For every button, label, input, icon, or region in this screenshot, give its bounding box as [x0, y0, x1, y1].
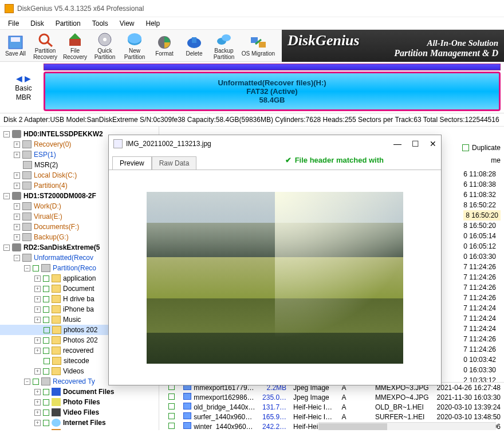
menu-help[interactable]: Help [141, 18, 165, 29]
menu-file[interactable]: File [3, 18, 23, 29]
expand-icon[interactable]: + [34, 275, 41, 282]
expand-icon[interactable]: + [34, 337, 41, 344]
expand-icon[interactable]: + [14, 141, 20, 148]
tree-work[interactable]: Work(D:) [34, 202, 61, 210]
partition-recovery-button[interactable]: Partition Recovery [31, 30, 60, 61]
tree-hd0[interactable]: HD0:INTELSSDPEKKW2 [23, 130, 103, 138]
tree-rt-document[interactable]: Document Files [63, 388, 114, 396]
tree-checkbox[interactable] [43, 420, 49, 426]
delete-button[interactable]: Delete [180, 30, 208, 61]
menu-view[interactable]: View [115, 18, 139, 29]
tree-hd1[interactable]: HD1:ST2000DM008-2F [23, 192, 96, 200]
tree-rt-graphic[interactable]: Graphic Files [63, 429, 107, 430]
tree-msr[interactable]: MSR(2) [34, 161, 58, 169]
mtime-cell[interactable]: 7 11:24:24 [463, 313, 501, 324]
expand-icon[interactable]: − [24, 265, 30, 271]
tree-videos[interactable]: Videos [63, 367, 84, 375]
tree-checkbox[interactable] [33, 265, 39, 271]
expand-icon[interactable]: + [14, 152, 20, 158]
tree-backup[interactable]: Backup(G:) [34, 233, 69, 241]
tree-hdrive[interactable]: H drive ba [63, 295, 94, 303]
tree-document[interactable]: Document [63, 285, 94, 293]
tree-photos-202a[interactable]: photos 202 [64, 326, 97, 334]
tree-p4[interactable]: Partition(4) [34, 182, 68, 190]
expand-icon[interactable]: + [34, 399, 41, 405]
row-checkbox[interactable] [168, 423, 175, 429]
expand-icon[interactable]: + [14, 172, 20, 179]
expand-icon[interactable]: + [14, 214, 20, 220]
tree-rd2[interactable]: RD2:SanDiskExtreme(5 [23, 243, 100, 251]
expand-icon[interactable]: + [34, 368, 41, 375]
tree-rt-photo[interactable]: Photo Files [63, 398, 100, 406]
table-row[interactable]: old_bridge_1440x…131.7…Heif-Heic I…AOLD_… [159, 402, 504, 412]
expand-icon[interactable]: + [34, 389, 41, 395]
expand-icon[interactable]: + [34, 306, 41, 313]
tree-partition-reco[interactable]: Partition(Reco [53, 264, 96, 272]
tree-application[interactable]: application [63, 274, 96, 282]
backup-partition-button[interactable]: Backup Partition [210, 30, 238, 61]
expand-icon[interactable]: + [34, 317, 41, 323]
tree-esp[interactable]: ESP(1) [34, 151, 56, 159]
tree-checkbox[interactable] [43, 399, 49, 405]
tree-virtual[interactable]: Virual(E:) [34, 212, 62, 221]
expand-icon[interactable]: + [14, 234, 20, 241]
mtime-cell[interactable]: 7 11:24:26 [463, 262, 501, 272]
mtime-cell[interactable]: 6 11:08:28 [463, 169, 501, 179]
table-row[interactable]: surfer_1440x960…165.9…Heif-Heic I…ASURFE… [159, 412, 504, 422]
tree-checkbox[interactable] [43, 430, 49, 431]
mtime-cell[interactable]: 7 11:24:24 [463, 324, 501, 334]
tree-recovered-types[interactable]: Recovered Ty [53, 377, 95, 385]
mtime-cell[interactable]: 7 11:24:26 [463, 272, 501, 282]
tab-raw-data[interactable]: Raw Data [152, 156, 197, 170]
expand-icon[interactable]: + [34, 420, 41, 426]
expand-icon[interactable]: + [34, 348, 41, 354]
mtime-cell[interactable]: 0 16:03:30 [463, 251, 501, 262]
nav-arrows[interactable]: ◀ ▶ [16, 74, 31, 83]
expand-icon[interactable]: − [3, 193, 10, 199]
tree-checkbox[interactable] [43, 410, 49, 416]
tree-checkbox[interactable] [43, 337, 49, 344]
tree-photos-202b[interactable]: Photos 202 [63, 336, 98, 344]
row-checkbox[interactable] [168, 413, 175, 419]
menu-partition[interactable]: Partition [51, 18, 85, 29]
tree-local[interactable]: Local Disk(C:) [34, 171, 77, 179]
expand-icon[interactable]: + [34, 410, 41, 416]
mtime-cell[interactable]: 6 11:08:38 [463, 179, 501, 190]
row-checkbox[interactable] [168, 393, 175, 400]
table-row[interactable]: mmexport162986…235.0…Jpeg ImageAMMEXPO~4… [159, 392, 504, 402]
tree-sitecode[interactable]: sitecode [64, 357, 89, 365]
tree-checkbox[interactable] [43, 286, 49, 292]
row-checkbox[interactable] [168, 403, 175, 410]
scroll-thumb[interactable] [318, 423, 387, 430]
expand-icon[interactable]: − [24, 379, 30, 385]
minimize-button[interactable]: — [393, 139, 401, 148]
mtime-cell[interactable]: 7 11:24:26 [463, 344, 501, 355]
tree-checkbox[interactable] [43, 275, 49, 282]
mtime-cell[interactable]: 6 11:08:32 [463, 190, 501, 200]
expand-icon[interactable]: + [34, 430, 41, 431]
expand-icon[interactable]: + [14, 183, 20, 189]
horizontal-scrollbar[interactable] [318, 422, 496, 430]
mtime-cell[interactable]: 7 11:24:26 [463, 293, 501, 303]
mtime-cell[interactable]: 0 16:05:12 [463, 241, 501, 251]
tree-checkbox[interactable] [44, 358, 50, 364]
mtime-cell[interactable]: 0 16:05:14 [463, 231, 501, 241]
mtime-cell[interactable]: 0 10:03:42 [463, 355, 501, 365]
tree-checkbox[interactable] [33, 379, 39, 385]
tree-recovered[interactable]: recovered [63, 347, 93, 355]
partition-block[interactable]: Unformatted(Recover files)(H:) FAT32 (Ac… [44, 72, 501, 111]
close-button[interactable]: ✕ [430, 139, 436, 148]
tree-checkbox[interactable] [43, 296, 49, 302]
menu-disk[interactable]: Disk [26, 18, 48, 29]
tree-iphone[interactable]: iPhone ba [63, 305, 94, 313]
mtime-cell[interactable]: 7 11:24:24 [463, 303, 501, 313]
tree-checkbox[interactable] [43, 317, 49, 323]
mtime-cell[interactable]: 8 16:50:22 [463, 200, 501, 210]
tree-music[interactable]: Music [63, 316, 81, 324]
expand-icon[interactable]: − [3, 245, 10, 251]
mtime-cell[interactable]: 7 11:24:26 [463, 334, 501, 344]
expand-icon[interactable]: + [34, 286, 41, 292]
expand-icon[interactable]: + [14, 224, 20, 230]
preview-titlebar[interactable]: IMG_20211002_113213.jpg — ☐ ✕ [109, 135, 441, 152]
mtime-cell[interactable]: 8 16:50:20 [463, 221, 501, 231]
